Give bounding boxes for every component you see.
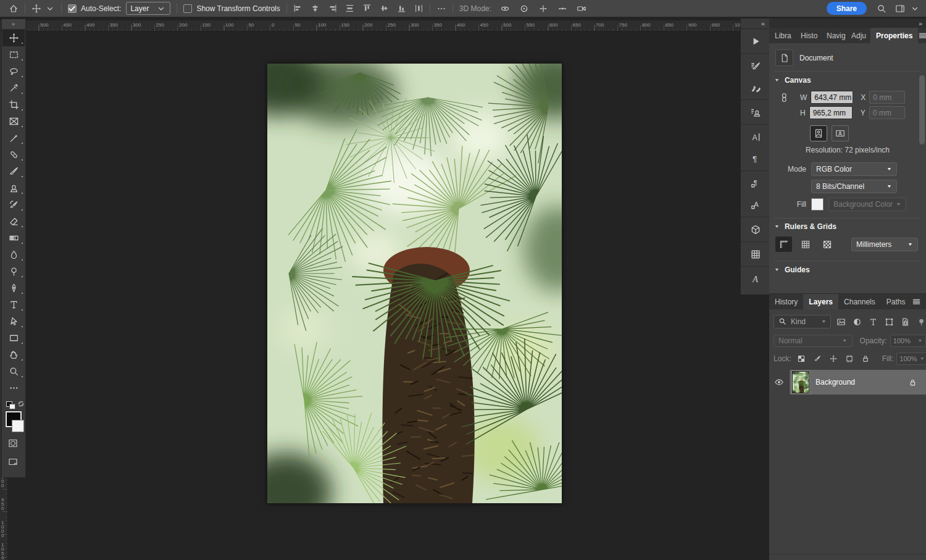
tool-frame[interactable] — [2, 113, 25, 130]
orientation-landscape-button[interactable] — [832, 125, 849, 141]
filter-adjust[interactable] — [853, 317, 862, 327]
tool-eyedropper[interactable] — [2, 130, 25, 146]
fill-color-swatch[interactable] — [811, 198, 824, 211]
dock-collapse[interactable]: « — [741, 19, 770, 28]
align-bottom-button[interactable] — [397, 4, 406, 13]
layer-name[interactable]: Background — [815, 378, 902, 387]
tool-lasso[interactable] — [2, 63, 25, 80]
tool-brush[interactable] — [2, 163, 25, 180]
tool-blur[interactable] — [2, 246, 25, 263]
panel-button-character-styles[interactable]: A — [741, 194, 770, 215]
toggle-grid-button[interactable] — [797, 236, 814, 252]
show-transform-checkbox[interactable] — [183, 4, 192, 13]
ruler-units-dropdown[interactable]: Millimeters ▼ — [851, 238, 918, 251]
tool-zoom[interactable] — [2, 363, 25, 380]
panel-button-patterns[interactable] — [741, 243, 770, 265]
panel-button-actions[interactable] — [741, 30, 770, 52]
panel-button-paragraph[interactable]: ¶ — [741, 148, 770, 169]
3d-slide-button[interactable] — [557, 4, 567, 14]
tab-layers[interactable]: Layers — [803, 294, 838, 309]
tool-crop[interactable] — [2, 96, 25, 113]
quick-mask-button[interactable] — [8, 438, 18, 448]
background-color-swatch[interactable] — [12, 420, 24, 432]
lock-lock-button[interactable] — [861, 354, 870, 363]
dist-center-h-button[interactable] — [345, 4, 354, 13]
move-tool-icon[interactable] — [31, 4, 41, 14]
layer-row-main[interactable]: Background — [790, 370, 926, 395]
filter-pin[interactable] — [917, 317, 926, 327]
tool-rect-tool[interactable] — [2, 330, 25, 346]
lock-checker-button[interactable] — [797, 354, 806, 363]
filter-image[interactable] — [836, 317, 846, 327]
properties-scrollbar[interactable] — [919, 75, 925, 144]
filter-smart[interactable] — [901, 317, 910, 327]
align-center-v-button[interactable] — [380, 4, 389, 13]
height-field[interactable]: 965,2 mm — [809, 106, 853, 119]
workspace-icon[interactable] — [895, 4, 905, 14]
panel-button-3d-panel[interactable] — [741, 219, 770, 240]
panel-button-brushes[interactable] — [741, 77, 770, 98]
tool-gradient[interactable] — [2, 230, 25, 246]
tool-pen[interactable] — [2, 280, 25, 296]
lock-move-button[interactable] — [829, 354, 838, 363]
panel-button-clone-source[interactable] — [741, 101, 770, 123]
panel-expand[interactable]: » — [769, 19, 926, 28]
panel-button-paragraph-styles[interactable]: ¶ — [741, 172, 770, 194]
align-top-button[interactable] — [362, 4, 372, 13]
color-mode-dropdown[interactable]: RGB Color ▼ — [811, 162, 897, 176]
more-options-icon[interactable] — [436, 4, 446, 14]
tool-move[interactable] — [2, 30, 25, 46]
screen-mode-button[interactable] — [8, 457, 18, 467]
3d-camera-button[interactable] — [577, 4, 586, 14]
guides-header[interactable]: ▼ Guides — [774, 265, 810, 274]
search-icon[interactable] — [877, 4, 886, 14]
toggle-pixel-grid-button[interactable] — [819, 236, 835, 252]
tool-wand[interactable] — [2, 80, 25, 96]
dist-center-v-button[interactable] — [414, 4, 423, 13]
auto-select-target-dropdown[interactable]: Layer — [126, 2, 170, 15]
tool-more-dots[interactable] — [2, 380, 25, 396]
filter-type[interactable] — [869, 317, 878, 327]
panel-button-glyphs[interactable]: A — [741, 268, 770, 290]
filter-shape[interactable] — [885, 317, 894, 327]
layer-thumbnail[interactable] — [792, 371, 809, 393]
tab-properties[interactable]: Properties — [870, 28, 918, 43]
3d-roll-button[interactable] — [519, 4, 529, 14]
auto-select-checkbox[interactable] — [68, 4, 77, 13]
orientation-portrait-button[interactable] — [810, 125, 827, 141]
rulers-grids-header[interactable]: ▼ Rulers & Grids — [774, 222, 836, 231]
tool-eraser[interactable] — [2, 213, 25, 230]
align-right-button[interactable] — [328, 4, 337, 13]
tab-history[interactable]: History — [769, 294, 803, 309]
3d-orbit-button[interactable] — [500, 4, 510, 14]
tools-panel-collapse[interactable]: » — [2, 19, 25, 30]
align-left-button[interactable] — [293, 4, 302, 13]
width-field[interactable]: 643,47 mm — [811, 91, 853, 104]
3d-pan-button[interactable] — [538, 4, 548, 14]
tool-history-brush[interactable] — [2, 196, 25, 213]
toggle-rulers-button[interactable] — [775, 236, 792, 252]
link-dimensions-icon[interactable] — [780, 93, 790, 102]
share-button[interactable]: Share — [827, 2, 867, 15]
panel-button-brush-settings[interactable] — [741, 55, 770, 77]
layer-filter-dropdown[interactable]: Kind ▼ — [774, 315, 831, 328]
lock-brush-button[interactable] — [813, 354, 822, 363]
chevron-down-icon[interactable] — [910, 4, 920, 14]
tool-select-arrow[interactable] — [2, 313, 25, 330]
tool-healing[interactable] — [2, 146, 25, 163]
home-icon[interactable] — [9, 4, 19, 14]
bit-depth-dropdown[interactable]: 8 Bits/Channel ▼ — [811, 180, 897, 193]
panel-button-character[interactable]: A — [741, 126, 770, 148]
canvas-section-header[interactable]: ▼ Canvas — [774, 76, 811, 85]
tab-paths[interactable]: Paths — [881, 294, 911, 309]
tab-libra[interactable]: Libra — [769, 28, 795, 43]
default-colors-icon[interactable] — [6, 401, 15, 409]
canvas-document[interactable] — [267, 64, 562, 503]
swap-colors-icon[interactable] — [16, 400, 26, 410]
tool-type[interactable] — [2, 296, 25, 313]
align-center-h-button[interactable] — [311, 4, 320, 13]
tab-adju[interactable]: Adju — [846, 28, 870, 43]
horizontal-ruler[interactable]: 5505004504003503002502001501005005010015… — [7, 20, 740, 31]
chevron-down-icon[interactable] — [45, 4, 55, 14]
layer-visibility-toggle[interactable] — [769, 370, 790, 395]
